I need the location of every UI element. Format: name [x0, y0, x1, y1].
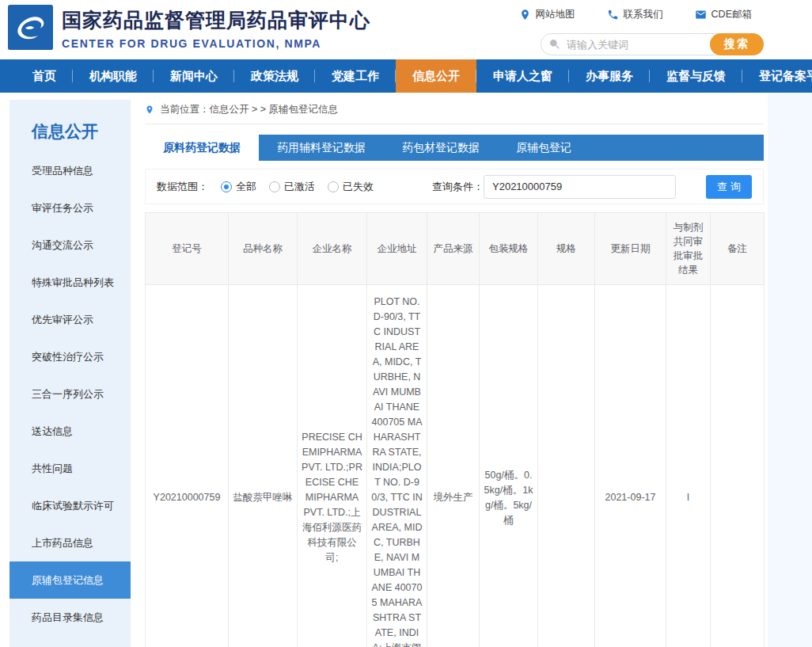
- cell-update-date: 2021-09-17: [595, 285, 666, 647]
- radio-activated[interactable]: 已激活: [269, 180, 315, 194]
- sidebar-item-accepted-varieties[interactable]: 受理品种信息: [9, 152, 131, 189]
- mail-icon: [695, 9, 707, 21]
- cde-mail-label: CDE邮箱: [711, 8, 752, 21]
- scope-label: 数据范围：: [157, 180, 208, 194]
- col-packaging-spec: 包装规格: [480, 213, 538, 285]
- sitemap-link[interactable]: 网站地图: [519, 8, 575, 21]
- main-content: 当前位置：信息公开 > > 原辅包登记信息 原料药登记数据 药用辅料登记数据 药…: [145, 103, 764, 647]
- sidebar-item-breakthrough-therapy[interactable]: 突破性治疗公示: [9, 338, 131, 375]
- sidebar-item-key-work[interactable]: 重点工作: [9, 636, 131, 647]
- radio-icon: [221, 181, 232, 192]
- tab-api-registration[interactable]: 原料药登记数据: [145, 135, 259, 161]
- col-variety-name: 品种名称: [229, 213, 298, 285]
- cell-spec: [538, 285, 595, 647]
- breadcrumb-text: 当前位置：信息公开 > > 原辅包登记信息: [160, 103, 338, 116]
- cell-packaging-spec: 50g/桶。0.5kg/桶。1kg/桶。5kg/桶: [480, 285, 538, 647]
- radio-expired[interactable]: 已失效: [328, 180, 374, 194]
- tab-raw-excipient-pack[interactable]: 原辅包登记: [498, 135, 590, 161]
- breadcrumb: 当前位置：信息公开 > > 原辅包登记信息: [145, 103, 764, 124]
- col-company-name: 企业名称: [298, 213, 367, 285]
- col-product-source: 产品来源: [427, 213, 480, 285]
- sidebar-item-review-tasks[interactable]: 审评任务公示: [9, 189, 131, 226]
- nav-item-home[interactable]: 首页: [16, 59, 73, 93]
- nav-item-policy[interactable]: 政策法规: [234, 59, 315, 93]
- sidebar-title: 信息公开: [9, 100, 131, 152]
- radio-icon: [328, 181, 339, 192]
- query-search-button[interactable]: 查询: [706, 175, 752, 199]
- data-tabs: 原料药登记数据 药用辅料登记数据 药包材登记数据 原辅包登记: [145, 135, 764, 161]
- contact-us-link[interactable]: 联系我们: [607, 8, 663, 21]
- nav-item-party[interactable]: 党建工作: [315, 59, 396, 93]
- location-pin-icon: [519, 9, 531, 21]
- sidebar-item-common-issues[interactable]: 共性问题: [9, 450, 131, 487]
- sidebar-item-clinical-trial-permission[interactable]: 临床试验默示许可: [9, 487, 131, 524]
- cell-product-source: 境外生产: [427, 285, 480, 647]
- nav-item-functions[interactable]: 机构职能: [73, 59, 154, 93]
- col-joint-review-result: 与制剂共同审批审批结果: [666, 213, 711, 285]
- col-spec: 规格: [538, 213, 595, 285]
- radio-all[interactable]: 全部: [221, 180, 256, 194]
- site-title-block: 国家药品监督管理局药品审评中心 CENTER FOR DRUG EVALUATI…: [62, 7, 370, 50]
- col-registration-no: 登记号: [146, 213, 229, 285]
- col-remark: 备注: [711, 213, 765, 285]
- site-header: 国家药品监督管理局药品审评中心 CENTER FOR DRUG EVALUATI…: [0, 0, 812, 59]
- contact-us-label: 联系我们: [624, 8, 663, 21]
- sidebar-item-delivery-info[interactable]: 送达信息: [9, 413, 131, 450]
- tab-excipient-registration[interactable]: 药用辅料登记数据: [259, 135, 384, 161]
- site-search: 搜索: [541, 33, 764, 55]
- sidebar-item-raw-excipient-registration[interactable]: 原辅包登记信息: [9, 561, 131, 599]
- sidebar-item-marketed-drugs[interactable]: 上市药品信息: [9, 524, 131, 561]
- sidebar-item-three-in-one[interactable]: 三合一序列公示: [9, 375, 131, 413]
- nav-item-supervision[interactable]: 监督与反馈: [650, 59, 742, 93]
- cell-remark: [711, 285, 765, 647]
- site-search-button[interactable]: 搜索: [710, 33, 764, 55]
- col-company-address: 企业地址: [367, 213, 427, 285]
- sidebar-item-priority-review[interactable]: 优先审评公示: [9, 301, 131, 338]
- query-label: 查询条件：: [432, 180, 484, 194]
- main-nav: 首页 机构职能 新闻中心 政策法规 党建工作 信息公开 申请人之窗 办事服务 监…: [0, 59, 812, 93]
- tab-packaging-registration[interactable]: 药包材登记数据: [384, 135, 498, 161]
- phone-icon: [607, 9, 619, 21]
- sidebar-item-special-approval[interactable]: 特殊审批品种列表: [9, 264, 131, 301]
- cell-joint-review-result: I: [666, 285, 711, 647]
- query-input[interactable]: [484, 175, 676, 199]
- cde-logo-icon: [8, 5, 53, 50]
- site-subtitle: CENTER FOR DRUG EVALUATION, NMPA: [62, 37, 370, 50]
- col-update-date: 更新日期: [595, 213, 666, 285]
- cell-registration-no: Y20210000759: [146, 285, 229, 647]
- cell-company-name: PRECISE CHEMIPHARMA PVT. LTD.;PRECISE CH…: [298, 285, 367, 647]
- sidebar-item-drug-catalog[interactable]: 药品目录集信息: [9, 599, 131, 636]
- filter-bar: 数据范围： 全部 已激活 已失效 查询条件： 查询: [145, 169, 764, 204]
- site-title: 国家药品监督管理局药品审评中心: [62, 7, 370, 33]
- cell-variety-name: 盐酸萘甲唑啉: [229, 285, 298, 647]
- nav-item-news[interactable]: 新闻中心: [154, 59, 234, 93]
- cell-company-address: PLOT NO. D-90/3, TTC INDUSTRIAL AREA, MI…: [367, 285, 427, 647]
- nav-item-applicant-window[interactable]: 申请人之窗: [476, 59, 569, 93]
- sidebar: 信息公开 受理品种信息 审评任务公示 沟通交流公示 特殊审批品种列表 优先审评公…: [9, 100, 131, 647]
- table-row: Y20210000759 盐酸萘甲唑啉 PRECISE CHEMIPHARMA …: [146, 285, 765, 647]
- nav-item-services[interactable]: 办事服务: [569, 59, 650, 93]
- nav-item-registration-platform[interactable]: 登记备案平台: [742, 59, 812, 93]
- nav-item-info-disclosure[interactable]: 信息公开: [396, 59, 476, 93]
- right-margin: [768, 93, 812, 647]
- cde-mail-link[interactable]: CDE邮箱: [695, 8, 752, 21]
- location-pin-icon: [145, 104, 154, 116]
- radio-icon: [269, 181, 280, 192]
- header-quick-links: 网站地图 联系我们 CDE邮箱: [519, 8, 752, 21]
- sitemap-label: 网站地图: [536, 8, 575, 21]
- table-header-row: 登记号 品种名称 企业名称 企业地址 产品来源 包装规格 规格 更新日期 与制剂…: [146, 213, 765, 285]
- search-icon: [548, 38, 561, 51]
- sidebar-item-communication[interactable]: 沟通交流公示: [9, 226, 131, 264]
- registration-table: 登记号 品种名称 企业名称 企业地址 产品来源 包装规格 规格 更新日期 与制剂…: [145, 212, 765, 647]
